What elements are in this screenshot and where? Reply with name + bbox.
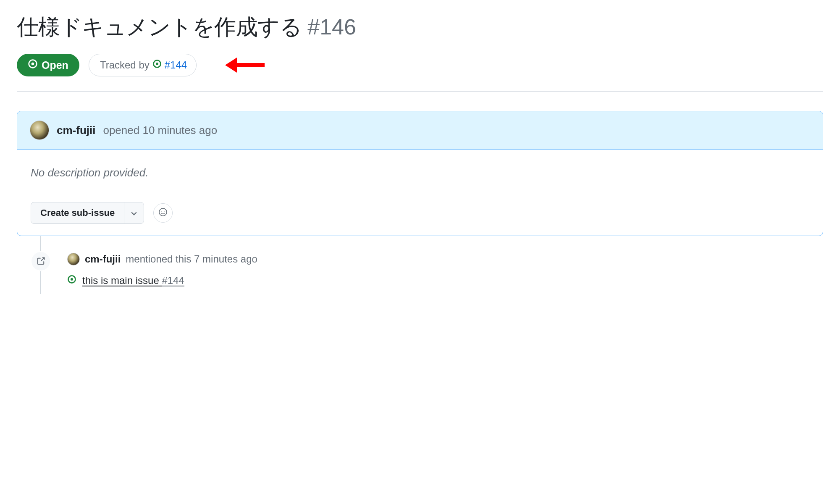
issue-meta-row: Open Tracked by #144 — [17, 54, 823, 76]
comment-action-row: Create sub-issue — [31, 202, 809, 224]
status-badge-open: Open — [17, 54, 79, 76]
create-sub-issue-button[interactable]: Create sub-issue — [31, 202, 124, 223]
svg-point-1 — [32, 63, 34, 66]
avatar[interactable] — [30, 121, 49, 140]
chevron-down-icon — [131, 207, 137, 218]
svg-point-5 — [161, 211, 162, 212]
tracked-by-prefix: Tracked by — [100, 59, 150, 71]
svg-point-3 — [156, 63, 158, 65]
annotation-arrow — [227, 62, 265, 68]
svg-point-8 — [71, 278, 73, 281]
timeline-action: mentioned this 7 minutes ago — [126, 253, 257, 265]
avatar[interactable] — [67, 253, 80, 265]
open-issue-icon — [67, 275, 76, 286]
issue-title: 仕様ドキュメントを作成する — [17, 13, 302, 42]
add-reaction-button[interactable] — [153, 203, 173, 223]
svg-point-4 — [159, 208, 167, 216]
timeline-author[interactable]: cm-fujii — [85, 253, 121, 265]
referenced-issue-number: #144 — [162, 275, 184, 286]
header-divider — [17, 91, 823, 92]
tracked-by-pill[interactable]: Tracked by #144 — [89, 54, 197, 76]
open-issue-icon — [28, 59, 38, 71]
issue-comment-box: cm-fujii opened 10 minutes ago No descri… — [17, 111, 823, 236]
smiley-icon — [158, 207, 168, 219]
status-label: Open — [42, 59, 68, 71]
comment-author[interactable]: cm-fujii — [57, 124, 95, 137]
comment-meta: opened 10 minutes ago — [103, 124, 217, 137]
no-description-text: No description provided. — [31, 166, 809, 179]
timeline-item-mention: cm-fujii mentioned this 7 minutes ago th… — [41, 253, 823, 294]
svg-point-6 — [164, 211, 165, 212]
issue-title-row: 仕様ドキュメントを作成する #146 — [17, 13, 823, 42]
referenced-issue-link[interactable]: this is main issue #144 — [82, 275, 184, 286]
issue-timeline: cm-fujii mentioned this 7 minutes ago th… — [40, 236, 823, 294]
comment-body: No description provided. Create sub-issu… — [17, 150, 823, 236]
tracked-by-link[interactable]: #144 — [165, 59, 187, 71]
issue-number: #146 — [307, 14, 356, 39]
comment-header: cm-fujii opened 10 minutes ago — [17, 111, 823, 150]
cross-reference-icon — [31, 251, 51, 271]
referenced-issue-title: this is main issue — [82, 275, 159, 286]
create-sub-issue-split-button: Create sub-issue — [31, 202, 144, 224]
open-issue-icon — [152, 59, 162, 71]
create-sub-issue-dropdown[interactable] — [124, 202, 144, 223]
